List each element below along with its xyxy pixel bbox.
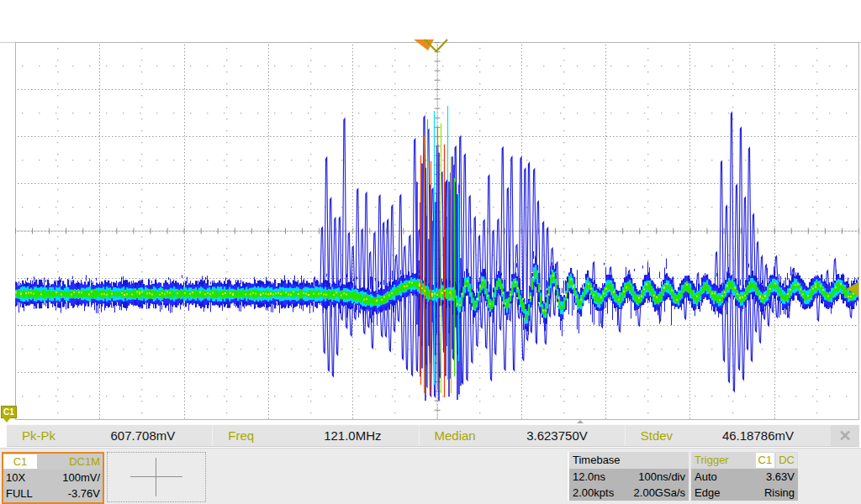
crosshair-icon bbox=[130, 476, 182, 477]
measure-pkpk-value: 607.708mV bbox=[100, 428, 212, 443]
measure-freq-label: Freq bbox=[213, 428, 306, 443]
measure-stdev-label: Stdev bbox=[626, 428, 719, 443]
waveform-display bbox=[0, 0, 861, 423]
channel-probe: 10X bbox=[6, 470, 25, 486]
channel-bandwidth: FULL bbox=[6, 486, 33, 501]
trigger-header: Trigger C1 DC bbox=[691, 452, 798, 469]
timebase-delay: 12.0ns bbox=[573, 470, 605, 485]
channel-grid-tag[interactable]: C1 bbox=[1, 406, 17, 418]
channel-volts-per-div: 100mV/ bbox=[62, 470, 100, 486]
oscilloscope-screen: C1 Pk-Pk 607.708mV Freq 121.0MHz Median … bbox=[0, 0, 861, 504]
crosshair-icon bbox=[156, 458, 156, 496]
timebase-sample-rate: 2.00GSa/s bbox=[634, 486, 685, 501]
trigger-time-marker-icon[interactable] bbox=[410, 37, 454, 54]
trigger-level-marker-icon[interactable] bbox=[846, 282, 858, 296]
measure-median-label: Median bbox=[420, 428, 513, 443]
close-icon[interactable]: ✕ bbox=[831, 425, 859, 446]
channel-coupling: DC1M bbox=[37, 454, 103, 470]
timebase-descriptor-box[interactable]: Timebase 12.0ns 100ns/div 2.00kpts 2.00G… bbox=[568, 452, 689, 501]
timebase-samples: 2.00kpts bbox=[573, 486, 614, 501]
splitter-handle-icon[interactable] bbox=[577, 420, 584, 423]
measure-stdev-value: 46.18786mV bbox=[719, 428, 831, 443]
measure-median[interactable]: Median 3.623750V bbox=[419, 425, 625, 446]
measure-stdev[interactable]: Stdev 46.18786mV bbox=[625, 425, 831, 446]
channel-descriptor-box[interactable]: C1 DC1M 10X 100mV/ FULL -3.76V bbox=[2, 452, 104, 504]
bottom-panel: C1 DC1M 10X 100mV/ FULL -3.76V Timebase … bbox=[0, 448, 861, 504]
trigger-coupling-chip: DC bbox=[776, 453, 797, 468]
trigger-descriptor-box[interactable]: Trigger C1 DC Auto 3.63V Edge Rising bbox=[691, 452, 798, 501]
channel-name-chip: C1 bbox=[3, 454, 37, 469]
trigger-title: Trigger bbox=[691, 453, 756, 468]
measure-median-value: 3.623750V bbox=[512, 428, 624, 443]
measure-pkpk[interactable]: Pk-Pk 607.708mV bbox=[7, 425, 212, 446]
channel-header: C1 DC1M bbox=[3, 454, 103, 470]
empty-descriptor-slot[interactable] bbox=[107, 452, 206, 502]
trigger-level: 3.63V bbox=[766, 470, 795, 485]
timebase-title: Timebase bbox=[569, 452, 689, 469]
trigger-type: Edge bbox=[695, 486, 720, 501]
trigger-mode: Auto bbox=[695, 470, 717, 485]
channel-offset-arrow-icon bbox=[3, 417, 11, 423]
measurement-bar: Pk-Pk 607.708mV Freq 121.0MHz Median 3.6… bbox=[7, 424, 859, 447]
trigger-slope: Rising bbox=[764, 486, 795, 501]
measure-pkpk-label: Pk-Pk bbox=[7, 428, 100, 443]
channel-offset: -3.76V bbox=[68, 486, 100, 501]
trigger-source-chip: C1 bbox=[756, 453, 775, 468]
measure-freq-value: 121.0MHz bbox=[306, 428, 418, 443]
measure-freq[interactable]: Freq 121.0MHz bbox=[212, 425, 418, 446]
timebase-per-div: 100ns/div bbox=[638, 470, 685, 485]
